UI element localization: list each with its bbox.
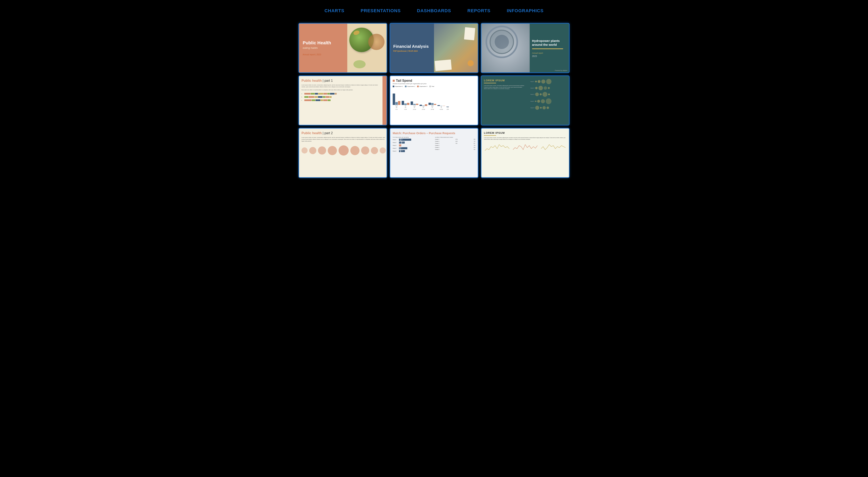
card-1-image [347, 24, 387, 72]
bar-group-5-10k: 20%7%10% 5-10K [402, 101, 409, 110]
card-3-report: Annual report [532, 52, 567, 54]
bubble-row-5: Impact 5 [526, 106, 566, 110]
mini-bar-c5 [323, 99, 327, 101]
bar-seg-0-1k-org1 [393, 94, 395, 105]
mini-bar-c6 [328, 99, 331, 101]
card-9-gold-bar [484, 135, 496, 136]
bar-group-50k-plus: 1.7% +50K [446, 106, 449, 110]
nav-dashboards[interactable]: DASHBOARDS [417, 8, 451, 13]
bubble-2-2 [538, 86, 543, 90]
bubble-3-4 [548, 94, 550, 95]
mini-bar-b1 [304, 96, 308, 98]
bar-group-30-40k: 10.8%8.5%5% 30-40K [429, 103, 436, 110]
card-6-text: Lorem ipsum dolor sit amet, consectetur … [484, 85, 524, 90]
bar-seg-10-20k-org1 [411, 101, 413, 105]
ph-circle-3 [318, 146, 326, 155]
card-4-title: Public health [302, 79, 322, 82]
bar-group-bars-40-50k [437, 105, 445, 106]
bar-group-bars-20-30k [420, 104, 427, 106]
card-7-text: Lorem ipsum dolor sit amet, consectetur … [302, 137, 386, 142]
card-8-cols: % of documents per grouping Group 1 7% 6… [393, 137, 475, 153]
bar-row-a: a [302, 93, 380, 95]
card-match-purchase[interactable]: Match: Purchase Orders – Purchase Reques… [390, 129, 478, 177]
ph-circle-5 [339, 145, 349, 156]
card-public-health-1[interactable]: Public health | part 1 Lorem ipsum dolor… [299, 76, 386, 125]
mini-bar-b7 [330, 96, 332, 98]
card-tail-spend[interactable]: Tail Spend Division of purchase orders p… [390, 76, 478, 125]
bar-seg-0-1k-org2 [395, 102, 398, 105]
card-lorem-ipsum-bubbles[interactable]: LOREM IPSUM Lorem ipsum dolor sit amet, … [482, 76, 569, 125]
bar-group-10-20k: 17.4%5.4%6% 10-20K [411, 101, 418, 110]
match-pct-bar-b1: 65% [401, 139, 411, 141]
match-num-val2-2: 732 [474, 141, 475, 142]
match-num-val2-1: 550 [474, 139, 475, 140]
match-num-row-3: Creator 3 928 827 [435, 143, 475, 144]
hydro-gold-divider [532, 48, 563, 49]
match-num-val1-3: 928 [456, 143, 457, 144]
x-label-0-1k: 0-1K [396, 109, 398, 110]
main-navigation: CHARTS PRESENTATIONS DASHBOARDS REPORTS … [324, 6, 544, 15]
match-pct-bars-5: 8% 24% [399, 150, 433, 152]
bubble-3-1 [535, 93, 539, 96]
match-num-row-4: Creator 4 736 [435, 145, 475, 146]
bar-group-bars-50k-plus [446, 106, 449, 107]
match-pct-label-4: Group 4 [393, 148, 398, 149]
nav-infographics[interactable]: INFOGRAPHICS [507, 8, 544, 13]
match-pct-label-5: Group 5 [393, 150, 398, 152]
bubble-row-label-1: Impact 1 [526, 81, 534, 82]
mini-bar-a5 [323, 93, 327, 95]
bubble-row-1: Impact 1 [526, 79, 566, 84]
card-6-title: LOREM IPSUM [484, 79, 524, 82]
match-pct-bar-b5: 24% [401, 150, 405, 152]
match-pct-row-4: Group 4 2% 45% [393, 147, 433, 149]
mini-bar-a2 [311, 93, 315, 95]
match-pct-bar-a1: 7% [399, 139, 401, 141]
legend-org3: Organization 3 [417, 86, 427, 87]
match-num-val1-6: 452 [474, 149, 475, 150]
nav-charts[interactable]: CHARTS [324, 8, 344, 13]
bar-seg-40-50k-org1 [437, 105, 440, 106]
mini-bar-a6 [327, 93, 330, 95]
bar-seg-20-30k-org3 [425, 104, 427, 106]
match-num-label-2: Creator 2 [435, 141, 439, 142]
bubble-3-3 [542, 92, 547, 97]
mini-chart-1 [484, 142, 510, 154]
bubble-row-label-5: Impact 5 [526, 107, 534, 108]
bubble-5-4 [547, 106, 549, 109]
card-1-title: Public Health [303, 40, 344, 45]
card-5-title-row: Tail Spend [393, 79, 475, 82]
bubble-5-1 [535, 106, 539, 110]
card-financial-analysis[interactable]: Financial Analysis P2P Quickscan | YEAR … [390, 24, 478, 72]
card-8-title2: Purchase Orders – Purchase Requests [403, 132, 455, 135]
bubble-row-4: Impact 4 [526, 98, 566, 104]
desk-decoration [468, 60, 474, 66]
match-pct-label-2: Group 2 [393, 142, 398, 143]
bar-pct-30-40k: 10.8%8.5%5% [431, 105, 433, 108]
mini-bar-c2 [312, 99, 315, 101]
match-pct-label-3: Group 3 [393, 145, 398, 146]
match-num-row-1: Creator 1 1756 550 [435, 139, 475, 140]
card-public-health-2[interactable]: Public health | part 2 Lorem ipsum dolor… [299, 129, 386, 177]
bubble-row-3: Impact 3 [526, 92, 566, 97]
match-num-label-4: Creator 4 [435, 145, 439, 146]
match-num-label-6: Creator 6 [435, 149, 439, 150]
mini-bar-b6 [326, 96, 329, 98]
nav-presentations[interactable]: PRESENTATIONS [361, 8, 401, 13]
card-public-health-cover[interactable]: Public Health eating habits Annual repor… [299, 24, 386, 72]
bar-group-40-50k: 4%1% 40-50K [437, 105, 445, 110]
nav-reports[interactable]: REPORTS [467, 8, 490, 13]
legend-label-total: Total [432, 86, 434, 87]
match-pct-bar-a4: 2% [399, 147, 400, 149]
match-num-row-5: Creator 5 534 [435, 147, 475, 148]
legend-total: Total [429, 86, 434, 87]
legend-label-org1: Organization 1 [395, 86, 403, 87]
card-7-circles [302, 145, 386, 156]
mini-bar-b2 [309, 96, 314, 98]
card-lorem-ipsum-sparklines[interactable]: LOREM IPSUM Lorem ipsum dolor sit amet, … [482, 129, 569, 177]
sparkline-3 [540, 142, 566, 153]
mini-bar-b3 [314, 96, 318, 98]
mini-bar-a8 [335, 93, 337, 95]
card-hydropower[interactable]: Hydropower plants around the world Annua… [482, 24, 569, 72]
bar-seg-30-40k-org1 [429, 103, 431, 105]
card-3-year: 2023 [532, 55, 567, 57]
